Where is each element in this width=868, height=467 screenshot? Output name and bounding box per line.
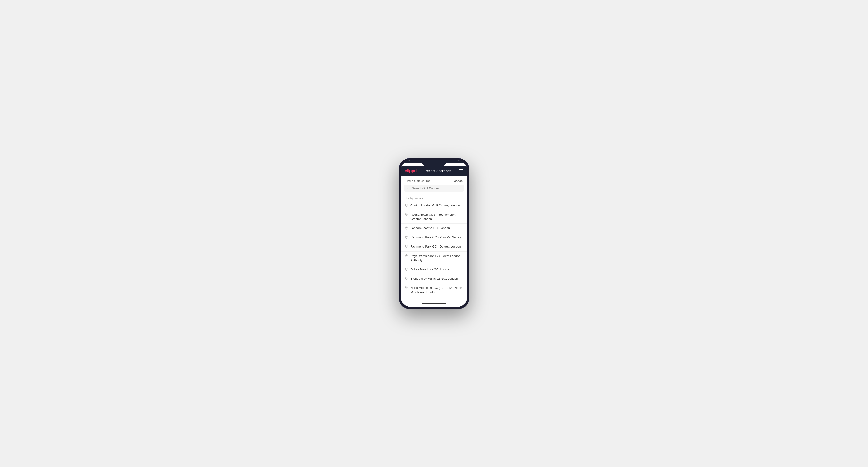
course-name: Richmond Park GC - Prince's, Surrey xyxy=(410,235,461,240)
svg-point-2 xyxy=(406,205,407,205)
course-item[interactable]: Roehampton Club - Roehampton, Greater Lo… xyxy=(401,210,467,224)
search-input[interactable] xyxy=(412,186,461,190)
course-name: Central London Golf Centre, London xyxy=(410,204,460,208)
course-item[interactable]: Brent Valley Municipal GC, London xyxy=(401,274,467,283)
header-title: Recent Searches xyxy=(425,169,451,173)
course-item[interactable]: Central London Golf Centre, London xyxy=(401,201,467,210)
pin-icon xyxy=(405,204,408,207)
app-logo: clippd xyxy=(405,168,416,174)
svg-line-1 xyxy=(409,189,409,189)
svg-point-9 xyxy=(406,278,407,278)
find-header: Find a Golf Course Cancel xyxy=(401,176,467,185)
search-bar[interactable] xyxy=(404,185,464,192)
home-bar xyxy=(422,303,446,304)
search-bar-container xyxy=(401,185,467,194)
home-indicator xyxy=(401,300,467,307)
phone-screen: clippd Recent Searches Find a Golf Cours… xyxy=(401,160,467,307)
course-list: Central London Golf Centre, London Roeha… xyxy=(401,201,467,300)
course-item[interactable]: Royal Wimbledon GC, Great London Authori… xyxy=(401,252,467,265)
pin-icon xyxy=(405,254,408,257)
pin-icon xyxy=(405,277,408,280)
course-name: Brent Valley Municipal GC, London xyxy=(410,277,458,281)
svg-point-3 xyxy=(406,214,407,215)
course-name: Royal Wimbledon GC, Great London Authori… xyxy=(410,254,463,262)
pin-icon xyxy=(405,268,408,271)
svg-point-8 xyxy=(406,269,407,269)
pin-icon xyxy=(405,236,408,239)
notch xyxy=(422,160,446,166)
course-name: Dukes Meadows GC, London xyxy=(410,268,451,272)
pin-icon xyxy=(405,213,408,216)
course-name: North Middlesex GC (1011942 - North Midd… xyxy=(410,286,463,294)
pin-icon xyxy=(405,226,408,229)
menu-icon[interactable] xyxy=(459,169,463,172)
search-icon xyxy=(407,186,410,190)
phone-device: clippd Recent Searches Find a Golf Cours… xyxy=(399,158,469,309)
course-name: Richmond Park GC - Duke's, London xyxy=(410,245,461,249)
course-name: London Scottish GC, London xyxy=(410,226,450,230)
app-header: clippd Recent Searches xyxy=(401,166,467,176)
svg-point-4 xyxy=(406,227,407,228)
find-title: Find a Golf Course xyxy=(405,179,430,183)
svg-point-10 xyxy=(406,287,407,288)
pin-icon xyxy=(405,245,408,248)
course-item[interactable]: London Scottish GC, London xyxy=(401,224,467,233)
svg-point-6 xyxy=(406,246,407,246)
svg-point-7 xyxy=(406,255,407,256)
course-item[interactable]: Dukes Meadows GC, London xyxy=(401,265,467,274)
course-name: Roehampton Club - Roehampton, Greater Lo… xyxy=(410,213,463,221)
pin-icon xyxy=(405,286,408,289)
course-item[interactable]: Richmond Park GC - Duke's, London xyxy=(401,242,467,251)
course-item[interactable]: Richmond Park GC - Prince's, Surrey xyxy=(401,233,467,242)
nearby-label: Nearby courses xyxy=(401,194,467,201)
cancel-button[interactable]: Cancel xyxy=(454,179,463,183)
nearby-section: Nearby courses Central London Golf Centr… xyxy=(401,194,467,300)
course-item[interactable]: Coombe Hill GC, Kingston upon Thames xyxy=(401,297,467,300)
svg-point-5 xyxy=(406,237,407,237)
content-area: Find a Golf Course Cancel Nearby courses xyxy=(401,176,467,300)
course-item[interactable]: North Middlesex GC (1011942 - North Midd… xyxy=(401,283,467,297)
